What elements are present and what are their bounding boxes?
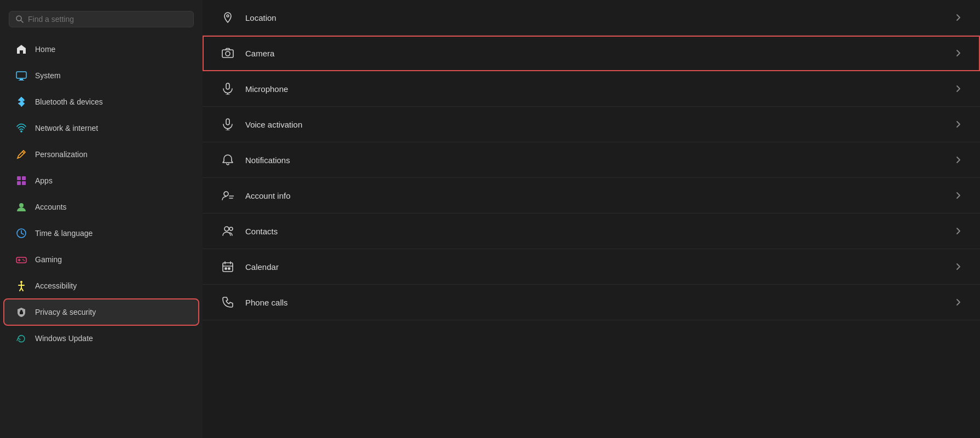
sidebar-label-time: Time & language bbox=[35, 229, 93, 238]
contacts-icon bbox=[220, 223, 235, 239]
svg-rect-29 bbox=[222, 50, 233, 57]
chevron-right-notifications bbox=[954, 155, 962, 164]
chevron-right-camera bbox=[954, 49, 962, 57]
chevron-right-account-info bbox=[954, 191, 962, 200]
sidebar-label-accessibility: Accessibility bbox=[35, 281, 77, 290]
time-icon bbox=[15, 227, 27, 239]
svg-point-19 bbox=[24, 260, 25, 261]
settings-item-phone-calls[interactable]: Phone calls bbox=[203, 285, 980, 320]
notifications-icon bbox=[220, 152, 235, 168]
main-content: Location Camera bbox=[203, 0, 980, 438]
settings-label-camera: Camera bbox=[245, 49, 954, 58]
svg-rect-34 bbox=[226, 119, 229, 125]
calendar-icon bbox=[220, 259, 235, 274]
svg-point-41 bbox=[229, 227, 233, 230]
search-input[interactable] bbox=[28, 15, 187, 24]
settings-label-calendar: Calendar bbox=[245, 262, 954, 272]
gaming-icon bbox=[15, 253, 27, 266]
sidebar-item-home[interactable]: Home bbox=[4, 37, 198, 62]
svg-rect-2 bbox=[16, 72, 26, 78]
account-info-icon bbox=[220, 188, 235, 203]
chevron-right-microphone bbox=[954, 84, 962, 93]
sidebar-label-windows-update: Windows Update bbox=[35, 334, 93, 343]
chevron-right-phone-calls bbox=[954, 298, 962, 307]
settings-label-microphone: Microphone bbox=[245, 84, 954, 94]
svg-rect-12 bbox=[22, 181, 26, 185]
sidebar-item-system[interactable]: System bbox=[4, 63, 198, 88]
sidebar-label-apps: Apps bbox=[35, 176, 53, 185]
sidebar-item-gaming[interactable]: Gaming bbox=[4, 247, 198, 272]
settings-item-microphone[interactable]: Microphone bbox=[203, 71, 980, 107]
accounts-icon bbox=[15, 201, 27, 213]
sidebar-label-accounts: Accounts bbox=[35, 203, 67, 211]
settings-item-account-info[interactable]: Account info bbox=[203, 178, 980, 214]
search-icon bbox=[16, 15, 24, 23]
svg-rect-46 bbox=[225, 268, 227, 269]
sidebar-item-apps[interactable]: Apps bbox=[4, 168, 198, 193]
chevron-right-contacts bbox=[954, 227, 962, 235]
svg-rect-3 bbox=[20, 79, 23, 80]
svg-line-24 bbox=[21, 288, 23, 291]
sidebar-item-windows-update[interactable]: Windows Update bbox=[4, 326, 198, 351]
sidebar-item-time[interactable]: Time & language bbox=[4, 221, 198, 246]
sidebar-label-system: System bbox=[35, 71, 61, 80]
sidebar-label-personalization: Personalization bbox=[35, 150, 88, 159]
settings-label-voice: Voice activation bbox=[245, 120, 954, 129]
sidebar-item-accessibility[interactable]: Accessibility bbox=[4, 273, 198, 298]
chevron-right-voice bbox=[954, 120, 962, 129]
svg-line-8 bbox=[22, 152, 24, 153]
settings-item-notifications[interactable]: Notifications bbox=[203, 142, 980, 178]
svg-point-40 bbox=[224, 227, 229, 231]
sidebar-item-privacy[interactable]: Privacy & security bbox=[4, 299, 198, 325]
settings-item-location[interactable]: Location bbox=[203, 0, 980, 36]
network-icon bbox=[15, 122, 27, 134]
settings-item-voice[interactable]: Voice activation bbox=[203, 107, 980, 142]
sidebar-item-personalization[interactable]: Personalization bbox=[4, 142, 198, 167]
sidebar: Home System Bluetooth & devices bbox=[0, 0, 203, 438]
svg-line-1 bbox=[21, 20, 23, 22]
camera-icon bbox=[220, 45, 235, 61]
settings-label-location: Location bbox=[245, 13, 954, 22]
svg-rect-47 bbox=[228, 268, 230, 269]
apps-icon bbox=[15, 175, 27, 187]
settings-label-account-info: Account info bbox=[245, 191, 954, 200]
svg-rect-27 bbox=[20, 310, 22, 312]
settings-item-camera[interactable]: Camera bbox=[203, 36, 980, 71]
svg-point-20 bbox=[20, 281, 22, 283]
svg-rect-31 bbox=[226, 83, 229, 89]
personalization-icon bbox=[15, 148, 27, 160]
search-box[interactable] bbox=[9, 11, 194, 27]
search-container bbox=[0, 5, 203, 36]
svg-point-28 bbox=[227, 15, 229, 17]
system-icon bbox=[15, 70, 27, 82]
settings-item-calendar[interactable]: Calendar bbox=[203, 249, 980, 285]
sidebar-label-bluetooth: Bluetooth & devices bbox=[35, 97, 103, 106]
svg-point-30 bbox=[226, 51, 230, 56]
accessibility-icon bbox=[15, 280, 27, 292]
svg-rect-42 bbox=[223, 263, 233, 272]
sidebar-label-network: Network & internet bbox=[35, 124, 98, 132]
sidebar-label-gaming: Gaming bbox=[35, 255, 62, 264]
chevron-right-location bbox=[954, 13, 962, 22]
settings-list: Location Camera bbox=[203, 0, 980, 320]
svg-point-37 bbox=[224, 192, 228, 196]
svg-point-7 bbox=[21, 131, 22, 132]
sidebar-item-network[interactable]: Network & internet bbox=[4, 116, 198, 141]
svg-rect-11 bbox=[17, 181, 21, 185]
svg-point-13 bbox=[19, 203, 24, 208]
svg-point-18 bbox=[22, 259, 24, 260]
settings-label-contacts: Contacts bbox=[245, 227, 954, 236]
voice-icon bbox=[220, 117, 235, 132]
settings-label-notifications: Notifications bbox=[245, 155, 954, 165]
home-icon bbox=[15, 43, 27, 55]
phone-calls-icon bbox=[220, 295, 235, 310]
sidebar-item-bluetooth[interactable]: Bluetooth & devices bbox=[4, 89, 198, 114]
microphone-icon bbox=[220, 81, 235, 96]
bluetooth-icon bbox=[15, 96, 27, 108]
svg-rect-9 bbox=[17, 176, 21, 180]
privacy-icon bbox=[15, 306, 27, 318]
sidebar-item-accounts[interactable]: Accounts bbox=[4, 194, 198, 220]
windows-update-icon bbox=[15, 332, 27, 344]
settings-label-phone-calls: Phone calls bbox=[245, 298, 954, 307]
settings-item-contacts[interactable]: Contacts bbox=[203, 214, 980, 249]
